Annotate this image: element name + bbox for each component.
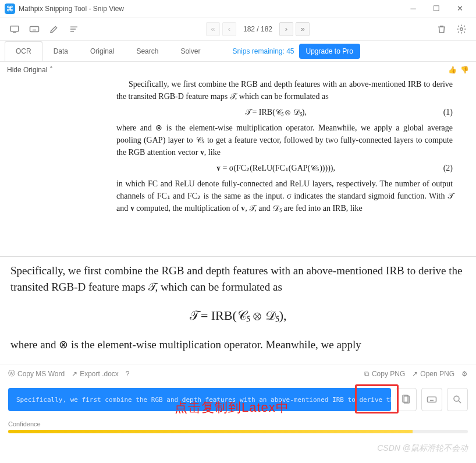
- original-text: Specifically, we first combine the RGB a…: [116, 78, 453, 103]
- minimize-button[interactable]: ─: [402, 1, 425, 17]
- open-png-button[interactable]: ↗Open PNG: [412, 370, 454, 378]
- export-icon: ↗: [72, 370, 77, 378]
- search-side-button[interactable]: [447, 388, 468, 411]
- window-title: Mathpix Snipping Tool - Snip View: [19, 5, 402, 13]
- svg-point-2: [460, 27, 463, 30]
- tabs-bar: OCR Data Original Search Solver Snips re…: [0, 41, 476, 62]
- settings-button[interactable]: [454, 22, 469, 37]
- app-logo: ⌘: [5, 3, 15, 14]
- word-icon: ⓦ: [8, 369, 15, 379]
- tab-ocr[interactable]: OCR: [5, 41, 42, 61]
- export-docx-button[interactable]: ↗Export .docx: [72, 370, 119, 378]
- list-button[interactable]: [66, 22, 81, 37]
- copy-icon: ⧉: [364, 370, 370, 378]
- thumbs-down-button[interactable]: 👎: [460, 66, 469, 74]
- export-bar: ⓦCopy MS Word ↗Export .docx ? ⧉Copy PNG …: [0, 365, 476, 382]
- screenshot-button[interactable]: [7, 22, 22, 37]
- tab-original[interactable]: Original: [79, 41, 125, 61]
- help-button[interactable]: ?: [126, 370, 130, 378]
- svg-rect-0: [10, 26, 19, 31]
- last-page-button[interactable]: »: [296, 22, 310, 36]
- latex-bar-row: Specifically, we first combine the RGB a…: [0, 382, 476, 417]
- edit-button[interactable]: [47, 22, 62, 37]
- latex-copy-bar[interactable]: Specifically, we first combine the RGB a…: [8, 388, 391, 411]
- confidence-bar: [8, 430, 468, 433]
- tab-search[interactable]: Search: [125, 41, 169, 61]
- confidence-section: Confidence: [0, 417, 476, 441]
- prev-page-button[interactable]: ‹: [222, 22, 236, 36]
- watermark: CSDN @鼠标滑轮不会动: [377, 443, 468, 454]
- original-pane: Specifically, we first combine the RGB a…: [0, 78, 476, 256]
- thumbs-up-button[interactable]: 👍: [448, 66, 457, 74]
- copy-word-button[interactable]: ⓦCopy MS Word: [8, 369, 65, 379]
- tab-data[interactable]: Data: [42, 41, 79, 61]
- first-page-button[interactable]: «: [206, 22, 220, 36]
- clipboard-button[interactable]: [396, 388, 417, 411]
- snips-remaining: Snips remaining: 45: [232, 47, 294, 55]
- chevron-up-icon: ˄: [49, 66, 53, 74]
- pager: « ‹ 182 / 182 › »: [206, 22, 310, 36]
- close-button[interactable]: ✕: [448, 1, 471, 17]
- svg-rect-5: [428, 397, 436, 402]
- svg-point-6: [454, 396, 459, 401]
- rendered-text: Specifically, we first combine the RGB a…: [10, 263, 466, 295]
- keyboard-button[interactable]: [27, 22, 42, 37]
- upgrade-button[interactable]: Upgrade to Pro: [299, 44, 360, 59]
- content-header: Hide Original ˄ 👍 👎: [0, 62, 476, 78]
- maximize-button[interactable]: ☐: [425, 1, 448, 17]
- open-icon: ↗: [412, 370, 418, 378]
- page-indicator: 182 / 182: [243, 25, 272, 33]
- rendered-text: where and ⊗ is the element-wise multipli…: [10, 337, 466, 353]
- original-text: where and ⊗ is the element-wise multipli…: [116, 122, 453, 158]
- titlebar: ⌘ Mathpix Snipping Tool - Snip View ─ ☐ …: [0, 0, 476, 17]
- equation-2: 𝐯 = σ(FC₂(ReLU(FC₁(GAP(𝒞₅))))), (2): [116, 162, 453, 174]
- export-settings-button[interactable]: ⚙: [461, 370, 468, 378]
- latex-text: Specifically, we first combine the RGB a…: [16, 396, 391, 404]
- copy-png-button[interactable]: ⧉Copy PNG: [364, 370, 405, 378]
- delete-button[interactable]: [434, 22, 449, 37]
- rendered-pane[interactable]: Specifically, we first combine the RGB a…: [0, 256, 476, 365]
- annotation-box: [355, 384, 399, 413]
- svg-rect-1: [30, 26, 39, 31]
- gear-icon: ⚙: [461, 370, 468, 378]
- equation-1: 𝒯 = IRB(𝒞₅ ⊗ 𝒟₅), (1): [116, 106, 453, 118]
- hide-original-toggle[interactable]: Hide Original ˄: [7, 66, 53, 74]
- confidence-label: Confidence: [8, 420, 468, 427]
- next-page-button[interactable]: ›: [279, 22, 293, 36]
- keyboard-side-button[interactable]: [421, 388, 442, 411]
- main-toolbar: « ‹ 182 / 182 › »: [0, 17, 476, 41]
- tab-solver[interactable]: Solver: [169, 41, 211, 61]
- rendered-equation: 𝒯 = IRB(𝒞₅ ⊗ 𝒟₅),: [10, 306, 466, 325]
- confidence-fill: [8, 430, 413, 433]
- original-text: in which FC and ReLU denote fully-connec…: [116, 178, 453, 214]
